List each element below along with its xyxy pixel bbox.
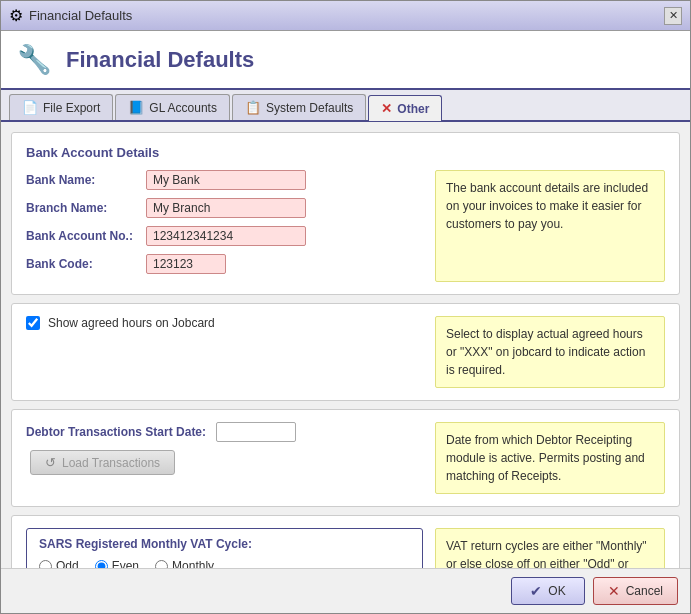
bank-account-row: Bank Name: Branch Name: Bank Account No.… [26, 170, 665, 282]
bank-name-row: Bank Name: [26, 170, 423, 190]
account-no-label: Bank Account No.: [26, 229, 146, 243]
tab-system-defaults-label: System Defaults [266, 101, 353, 115]
start-date-row: Debtor Transactions Start Date: [26, 422, 423, 442]
cancel-icon: ✕ [608, 583, 620, 599]
title-bar-text: Financial Defaults [29, 8, 132, 23]
vat-odd-label: Odd [56, 559, 79, 568]
bank-account-section: Bank Account Details Bank Name: Branch N… [11, 132, 680, 295]
ok-button[interactable]: ✔ OK [511, 577, 584, 605]
vat-title: SARS Registered Monthly VAT Cycle: [39, 537, 410, 551]
vat-radio-row: Odd Even Monthly [39, 559, 410, 568]
title-bar: ⚙ Financial Defaults ✕ [1, 1, 690, 31]
debtor-help: Date from which Debtor Receipting module… [435, 422, 665, 494]
bank-code-label: Bank Code: [26, 257, 146, 271]
page-title: Financial Defaults [66, 47, 254, 73]
bank-account-help-text: The bank account details are included on… [446, 181, 648, 231]
bank-name-label: Bank Name: [26, 173, 146, 187]
vat-help: VAT return cycles are either "Monthly" o… [435, 528, 665, 568]
jobcard-left: Show agreed hours on Jobcard [26, 316, 423, 388]
tab-other[interactable]: ✕ Other [368, 95, 442, 121]
load-transactions-label: Load Transactions [62, 456, 160, 470]
bank-name-input[interactable] [146, 170, 306, 190]
vat-section: SARS Registered Monthly VAT Cycle: Odd E… [11, 515, 680, 568]
bank-account-help: The bank account details are included on… [435, 170, 665, 282]
account-no-row: Bank Account No.: [26, 226, 423, 246]
title-bar-left: ⚙ Financial Defaults [9, 6, 132, 25]
agreed-hours-row: Show agreed hours on Jobcard [26, 316, 423, 330]
vat-odd-option[interactable]: Odd [39, 559, 79, 568]
vat-monthly-radio[interactable] [155, 560, 168, 569]
debtor-transactions-row: Debtor Transactions Start Date: ↺ Load T… [26, 422, 665, 494]
bank-code-input[interactable] [146, 254, 226, 274]
load-transactions-button[interactable]: ↺ Load Transactions [30, 450, 175, 475]
load-btn-container: ↺ Load Transactions [30, 450, 423, 475]
load-transactions-icon: ↺ [45, 455, 56, 470]
tab-other-label: Other [397, 102, 429, 116]
branch-name-row: Branch Name: [26, 198, 423, 218]
file-export-icon: 📄 [22, 100, 38, 115]
vat-row: SARS Registered Monthly VAT Cycle: Odd E… [26, 528, 665, 568]
cancel-button[interactable]: ✕ Cancel [593, 577, 678, 605]
vat-left: SARS Registered Monthly VAT Cycle: Odd E… [26, 528, 423, 568]
branch-name-input[interactable] [146, 198, 306, 218]
other-tab-icon: ✕ [381, 101, 392, 116]
gl-accounts-icon: 📘 [128, 100, 144, 115]
vat-odd-radio[interactable] [39, 560, 52, 569]
header-icon: 🔧 [17, 43, 52, 76]
window-icon: ⚙ [9, 6, 23, 25]
tab-bar: 📄 File Export 📘 GL Accounts 📋 System Def… [1, 90, 690, 122]
close-button[interactable]: ✕ [664, 7, 682, 25]
branch-name-label: Branch Name: [26, 201, 146, 215]
bank-account-form: Bank Name: Branch Name: Bank Account No.… [26, 170, 423, 282]
vat-monthly-label: Monthly [172, 559, 214, 568]
debtor-transactions-section: Debtor Transactions Start Date: ↺ Load T… [11, 409, 680, 507]
bank-account-title: Bank Account Details [26, 145, 665, 160]
account-no-input[interactable] [146, 226, 306, 246]
bank-code-row: Bank Code: [26, 254, 423, 274]
content-area: Bank Account Details Bank Name: Branch N… [1, 122, 690, 568]
vat-even-option[interactable]: Even [95, 559, 139, 568]
ok-icon: ✔ [530, 583, 542, 599]
debtor-transactions-left: Debtor Transactions Start Date: ↺ Load T… [26, 422, 423, 494]
agreed-hours-label: Show agreed hours on Jobcard [48, 316, 215, 330]
jobcard-help: Select to display actual agreed hours or… [435, 316, 665, 388]
footer: ✔ OK ✕ Cancel [1, 568, 690, 613]
start-date-input[interactable] [216, 422, 296, 442]
jobcard-row: Show agreed hours on Jobcard Select to d… [26, 316, 665, 388]
start-date-label: Debtor Transactions Start Date: [26, 425, 206, 439]
cancel-label: Cancel [626, 584, 663, 598]
jobcard-help-text: Select to display actual agreed hours or… [446, 327, 645, 377]
ok-label: OK [548, 584, 565, 598]
tab-gl-accounts[interactable]: 📘 GL Accounts [115, 94, 230, 120]
vat-monthly-option[interactable]: Monthly [155, 559, 214, 568]
tab-file-export-label: File Export [43, 101, 100, 115]
vat-help-text: VAT return cycles are either "Monthly" o… [446, 539, 647, 568]
tab-file-export[interactable]: 📄 File Export [9, 94, 113, 120]
system-defaults-icon: 📋 [245, 100, 261, 115]
agreed-hours-checkbox[interactable] [26, 316, 40, 330]
tab-system-defaults[interactable]: 📋 System Defaults [232, 94, 366, 120]
financial-defaults-window: ⚙ Financial Defaults ✕ 🔧 Financial Defau… [0, 0, 691, 614]
jobcard-section: Show agreed hours on Jobcard Select to d… [11, 303, 680, 401]
debtor-help-text: Date from which Debtor Receipting module… [446, 433, 645, 483]
tab-gl-accounts-label: GL Accounts [149, 101, 217, 115]
header: 🔧 Financial Defaults [1, 31, 690, 90]
vat-even-radio[interactable] [95, 560, 108, 569]
vat-even-label: Even [112, 559, 139, 568]
vat-box: SARS Registered Monthly VAT Cycle: Odd E… [26, 528, 423, 568]
